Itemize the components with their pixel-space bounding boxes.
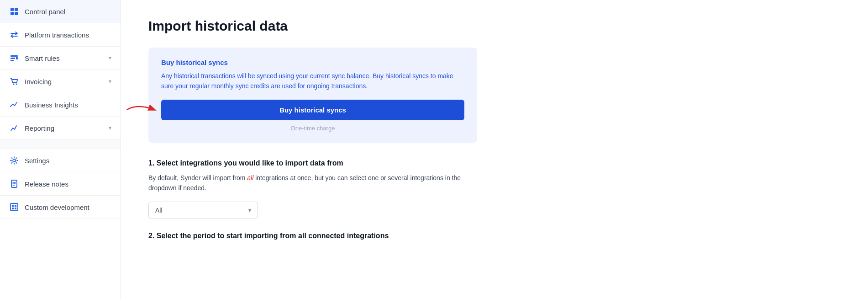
grid-icon: [9, 6, 19, 16]
reporting-icon: [9, 123, 19, 133]
svg-rect-12: [11, 203, 18, 211]
cart-icon: [9, 76, 19, 86]
integrations-dropdown[interactable]: All ▾: [148, 202, 258, 219]
buy-historical-syncs-button[interactable]: Buy historical syncs: [161, 100, 464, 120]
sidebar-item-label: Release notes: [25, 180, 68, 188]
section-2-title: 2. Select the period to start importing …: [148, 232, 477, 240]
buy-button-container: Buy historical syncs: [161, 100, 464, 120]
one-time-charge-label: One-time charge: [161, 125, 464, 132]
sidebar-item-reporting[interactable]: Reporting ▾: [0, 117, 121, 140]
section-2: 2. Select the period to start importing …: [148, 232, 477, 240]
sidebar-item-label: Business Insights: [25, 101, 78, 109]
svg-rect-16: [15, 208, 16, 209]
sidebar-item-platform-transactions[interactable]: Platform transactions: [0, 23, 121, 47]
sidebar-item-release-notes[interactable]: Release notes: [0, 172, 121, 196]
chevron-down-icon: ▾: [109, 55, 111, 61]
dropdown-value: All: [155, 207, 163, 214]
main-content: Import historical data Buy historical sy…: [121, 0, 868, 299]
chevron-down-icon: ▾: [248, 207, 251, 214]
section-1: 1. Select integrations you would like to…: [148, 159, 477, 219]
svg-rect-5: [11, 58, 15, 59]
section-1-text-before: By default, Synder will import from: [148, 174, 247, 182]
red-arrow-annotation: [125, 101, 159, 119]
info-card-title: Buy historical syncs: [161, 59, 464, 66]
sidebar-divider: [0, 140, 121, 149]
svg-rect-0: [11, 8, 14, 11]
custom-development-icon: [9, 202, 19, 212]
sidebar-item-invoicing[interactable]: Invoicing ▾: [0, 70, 121, 93]
arrows-icon: [9, 30, 19, 40]
sidebar-item-settings[interactable]: Settings: [0, 149, 121, 172]
svg-point-10: [13, 159, 16, 162]
release-notes-icon: [9, 179, 19, 189]
section-1-highlight: all: [247, 174, 253, 182]
sidebar-item-custom-development[interactable]: Custom development: [0, 196, 121, 219]
chevron-down-icon: ▾: [109, 125, 111, 131]
sidebar-item-label: Smart rules: [25, 54, 60, 62]
svg-rect-7: [11, 60, 14, 61]
sidebar-item-label: Custom development: [25, 203, 89, 211]
insights-icon: [9, 100, 19, 110]
info-card: Buy historical syncs Any historical tran…: [148, 48, 477, 143]
svg-rect-13: [12, 205, 14, 207]
sidebar-item-label: Settings: [25, 157, 49, 165]
svg-rect-4: [11, 55, 18, 57]
svg-rect-14: [15, 205, 16, 207]
svg-rect-3: [15, 12, 18, 15]
smart-rules-icon: [9, 53, 19, 63]
svg-rect-6: [16, 57, 18, 59]
gear-icon: [9, 155, 19, 166]
svg-rect-1: [15, 8, 18, 11]
sidebar-item-smart-rules[interactable]: Smart rules ▾: [0, 47, 121, 70]
sidebar-item-label: Invoicing: [25, 78, 52, 85]
section-1-text: By default, Synder will import from all …: [148, 173, 477, 193]
sidebar-item-label: Platform transactions: [25, 31, 89, 39]
sidebar-item-control-panel[interactable]: Control panel: [0, 0, 121, 23]
svg-point-8: [13, 84, 15, 85]
svg-rect-2: [11, 12, 14, 15]
page-title: Import historical data: [148, 18, 841, 34]
sidebar: Control panel Platform transactions Smar…: [0, 0, 121, 299]
svg-point-9: [16, 84, 17, 85]
section-1-title: 1. Select integrations you would like to…: [148, 159, 477, 167]
svg-rect-15: [12, 208, 14, 209]
sidebar-item-label: Reporting: [25, 124, 54, 132]
sidebar-item-business-insights[interactable]: Business Insights: [0, 93, 121, 117]
sidebar-item-label: Control panel: [25, 8, 65, 16]
info-card-text: Any historical transactions will be sync…: [161, 71, 464, 91]
chevron-down-icon: ▾: [109, 78, 111, 85]
